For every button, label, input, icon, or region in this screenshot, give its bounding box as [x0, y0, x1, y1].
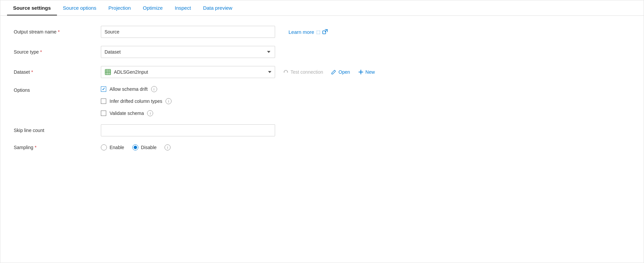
dataset-actions: Test connection Open New	[283, 69, 375, 75]
source-type-row: Source type* Dataset Inline	[14, 46, 630, 58]
tab-data-preview[interactable]: Data preview	[197, 0, 239, 15]
plus-icon	[358, 69, 364, 75]
dataset-control: ADLSGen2Input Test connection	[101, 66, 630, 78]
option-label-validate-schema: Validate schema	[110, 111, 144, 116]
required-star-sampling: *	[35, 145, 36, 150]
radio-disable-inner	[134, 146, 137, 149]
form-content: Output stream name* Learn more ⬚	[0, 16, 644, 169]
checkbox-infer-drifted[interactable]	[101, 98, 106, 104]
skip-line-count-row: Skip line count	[14, 124, 630, 136]
tab-projection[interactable]: Projection	[103, 0, 137, 15]
dataset-dropdown[interactable]: ADLSGen2Input	[101, 66, 275, 78]
svg-point-8	[284, 72, 285, 73]
open-button[interactable]: Open	[331, 69, 350, 75]
tab-optimize[interactable]: Optimize	[137, 0, 169, 15]
skip-line-count-control	[101, 124, 630, 136]
output-stream-label: Output stream name*	[14, 29, 101, 35]
option-infer-drifted: Infer drifted column types i	[101, 98, 172, 104]
sampling-enable-option[interactable]: Enable	[101, 144, 124, 150]
radio-enable-outer	[101, 144, 107, 150]
radio-disable-label: Disable	[141, 145, 157, 150]
source-type-select[interactable]: Dataset Inline	[101, 46, 275, 58]
options-control: Allow schema drift i Infer drifted colum…	[101, 86, 630, 116]
output-stream-control: Learn more ⬚	[101, 26, 630, 38]
external-link-icon: ⬚	[316, 29, 320, 35]
edit-icon	[331, 69, 336, 75]
source-type-select-wrapper: Dataset Inline	[101, 46, 275, 58]
info-icon-validate-schema[interactable]: i	[147, 110, 153, 116]
source-type-label: Source type*	[14, 49, 101, 55]
dataset-value-label: ADLSGen2Input	[114, 69, 268, 75]
dataset-label: Dataset*	[14, 69, 101, 75]
dataset-row: Dataset* ADLSGen2Input	[14, 66, 630, 78]
dataset-chevron-icon	[268, 71, 271, 73]
option-label-infer-drifted: Infer drifted column types	[110, 98, 162, 104]
radio-enable-label: Enable	[110, 145, 124, 150]
option-label-allow-schema-drift: Allow schema drift	[110, 86, 148, 92]
sampling-control: Enable Disable i	[101, 144, 630, 150]
info-icon-infer-drifted[interactable]: i	[166, 98, 172, 104]
radio-disable-outer	[132, 144, 138, 150]
required-star-output: *	[58, 29, 60, 35]
option-allow-schema-drift: Allow schema drift i	[101, 86, 172, 92]
source-type-control: Dataset Inline	[101, 46, 630, 58]
tab-source-settings[interactable]: Source settings	[7, 0, 57, 15]
output-stream-input[interactable]	[101, 26, 275, 38]
tab-bar: Source settings Source options Projectio…	[0, 0, 644, 16]
sampling-row: Sampling* Enable Disable	[14, 144, 630, 150]
skip-line-count-input[interactable]	[101, 124, 275, 136]
external-icon-svg	[322, 29, 328, 35]
test-connection-icon	[283, 69, 288, 75]
skip-line-count-label: Skip line count	[14, 128, 101, 133]
option-validate-schema: Validate schema i	[101, 110, 172, 116]
options-label: Options	[14, 86, 101, 93]
main-container: Source settings Source options Projectio…	[0, 0, 644, 263]
test-connection-button[interactable]: Test connection	[283, 69, 323, 75]
checkbox-validate-schema[interactable]	[101, 111, 106, 116]
required-star-source: *	[40, 49, 42, 55]
sampling-disable-option[interactable]: Disable	[132, 144, 157, 150]
tab-inspect[interactable]: Inspect	[169, 0, 197, 15]
dataset-icon-svg	[105, 69, 111, 75]
info-icon-sampling[interactable]: i	[165, 144, 171, 150]
svg-rect-2	[105, 69, 111, 75]
options-row: Options Allow schema drift i Infer drift…	[14, 86, 630, 116]
tab-source-options[interactable]: Source options	[57, 0, 103, 15]
checkbox-allow-schema-drift[interactable]	[101, 86, 106, 92]
output-stream-row: Output stream name* Learn more ⬚	[14, 26, 630, 38]
svg-point-9	[287, 72, 288, 73]
new-button[interactable]: New	[358, 69, 375, 75]
learn-more-link[interactable]: Learn more ⬚	[288, 29, 328, 35]
sampling-radio-group: Enable Disable i	[101, 144, 171, 150]
options-list: Allow schema drift i Infer drifted colum…	[101, 86, 172, 116]
sampling-label: Sampling*	[14, 145, 101, 150]
info-icon-allow-schema-drift[interactable]: i	[151, 86, 157, 92]
required-star-dataset: *	[31, 69, 33, 75]
